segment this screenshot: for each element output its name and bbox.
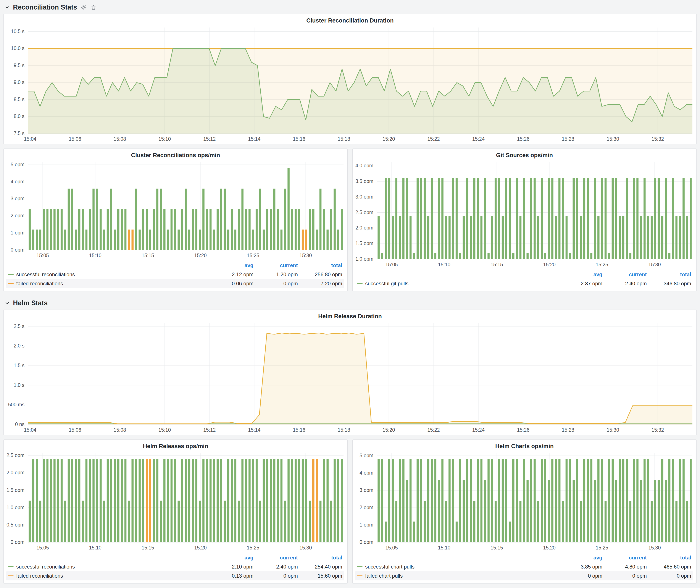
x-axis-label: 15:25	[588, 545, 616, 551]
chevron-down-icon[interactable]	[5, 301, 10, 305]
panel-title[interactable]: Cluster Reconciliations ops/min	[4, 149, 347, 159]
panel-title[interactable]: Helm Charts ops/min	[353, 440, 696, 450]
legend-series-name: failed chart pulls	[365, 573, 403, 579]
chevron-down-icon[interactable]	[5, 5, 10, 10]
legend-series-toggle[interactable]: successful chart pulls	[357, 564, 558, 570]
chart-canvas	[353, 159, 696, 270]
legend-col-total[interactable]: total	[647, 555, 691, 561]
x-axis-label: 15:05	[29, 253, 57, 258]
legend-total-value: 15.60 opm	[298, 573, 342, 579]
panel-title[interactable]: Helm Releases ops/min	[4, 440, 347, 450]
x-axis-label: 15:20	[186, 253, 215, 258]
legend-row: successful git pulls 2.87 opm 2.40 opm 3…	[355, 279, 693, 288]
x-axis-label: 15:30	[640, 545, 669, 551]
panel-title[interactable]: Helm Release Duration	[4, 310, 696, 320]
panel-title[interactable]: Git Sources ops/min	[353, 149, 696, 159]
x-axis-label: 15:05	[377, 545, 406, 551]
x-axis-label: 15:10	[151, 136, 179, 142]
legend-series-toggle[interactable]: failed chart pulls	[357, 573, 558, 579]
x-axis-label: 15:18	[330, 136, 358, 142]
legend-col-avg[interactable]: avg	[558, 555, 602, 561]
x-axis-label: 15:15	[134, 253, 162, 258]
section-title[interactable]: Reconciliation Stats	[13, 3, 77, 11]
y-axis-label: 500 ms	[4, 402, 24, 407]
chart-canvas	[4, 159, 347, 260]
section-title[interactable]: Helm Stats	[13, 299, 48, 307]
y-axis-label: 8.0 s	[4, 113, 24, 119]
legend-col-total[interactable]: total	[647, 271, 691, 278]
series-color-mark	[8, 283, 14, 284]
x-axis-label: 15:14	[240, 427, 268, 433]
y-axis-label: 2 opm	[4, 213, 24, 218]
y-axis-label: 0 ns	[4, 422, 24, 427]
panel-git-sources-opm: Git Sources ops/min 15:0515:1015:1515:20…	[352, 149, 697, 291]
y-axis-label: 3.0 opm	[353, 194, 373, 200]
x-axis-label: 15:06	[61, 136, 89, 142]
legend-col-avg[interactable]: avg	[558, 271, 602, 278]
legend-series-toggle[interactable]: failed reconciliations	[8, 281, 209, 287]
x-axis-label: 15:28	[554, 136, 582, 142]
section-header-reconciliation-stats[interactable]: Reconciliation Stats	[0, 0, 700, 14]
legend-col-current[interactable]: current	[253, 262, 298, 268]
legend-series-toggle[interactable]: successful git pulls	[357, 281, 558, 287]
y-axis-label: 8.5 s	[4, 97, 24, 102]
x-axis-label: 15:05	[29, 545, 57, 551]
gear-icon[interactable]	[81, 4, 87, 11]
legend-current-value: 0 opm	[253, 281, 298, 287]
y-axis-label: 1.0 s	[4, 382, 24, 388]
x-axis-label: 15:10	[81, 545, 109, 551]
trash-icon[interactable]	[90, 4, 97, 10]
y-axis-label: 4 opm	[353, 470, 373, 476]
legend-col-avg[interactable]: avg	[209, 262, 253, 268]
legend-col-current[interactable]: current	[602, 271, 647, 278]
series-color-mark	[8, 575, 14, 576]
chart-area[interactable]: 15:0515:1015:1515:2015:2515:300 opm0.5 o…	[4, 450, 347, 553]
legend: avg current total successful reconciliat…	[4, 260, 347, 291]
legend-total-value: 0 opm	[647, 573, 691, 579]
panel-cluster-reconciliations-opm: Cluster Reconciliations ops/min 15:0515:…	[3, 149, 348, 291]
legend-col-total[interactable]: total	[298, 555, 342, 561]
x-axis-label: 15:30	[599, 136, 627, 142]
legend-avg-value: 0 opm	[558, 573, 602, 579]
x-axis-label: 15:25	[239, 545, 267, 551]
chart-area[interactable]: 15:0515:1015:1515:2015:2515:300 opm1 opm…	[353, 450, 696, 553]
legend-series-name: successful chart pulls	[365, 564, 415, 570]
x-axis-label: 15:26	[509, 427, 537, 433]
x-axis-label: 15:20	[535, 262, 563, 267]
y-axis-label: 0 opm	[353, 539, 373, 545]
chart-area[interactable]: 15:0415:0615:0815:1015:1215:1415:1615:18…	[4, 24, 696, 144]
y-axis-label: 1 opm	[353, 522, 373, 528]
legend-series-toggle[interactable]: successful reconciliations	[8, 271, 209, 278]
y-axis-label: 4.0 opm	[353, 163, 373, 168]
chart-area[interactable]: 15:0515:1015:1515:2015:2515:301.0 opm1.5…	[353, 159, 696, 270]
chart-area[interactable]: 15:0515:1015:1515:2015:2515:300 opm1 opm…	[4, 159, 347, 260]
legend-row: successful chart pulls 3.85 opm 4.80 opm…	[355, 562, 693, 571]
panel-helm-charts-opm: Helm Charts ops/min 15:0515:1015:1515:20…	[352, 439, 697, 584]
y-axis-label: 2 opm	[353, 505, 373, 510]
legend-col-avg[interactable]: avg	[209, 555, 253, 561]
y-axis-label: 0 opm	[4, 247, 24, 253]
legend-series-toggle[interactable]: successful reconciliations	[8, 564, 209, 570]
legend-series-toggle[interactable]: failed reconciliations	[8, 573, 209, 579]
x-axis-label: 15:32	[644, 427, 672, 433]
legend-col-current[interactable]: current	[602, 555, 647, 561]
panel-title[interactable]: Cluster Reconciliation Duration	[4, 14, 696, 24]
legend-total-value: 254.40 opm	[298, 564, 342, 570]
legend-header: avg current total	[6, 261, 344, 270]
y-axis-label: 1.0 opm	[4, 505, 24, 510]
chart-canvas	[353, 450, 696, 553]
panel-helm-release-duration: Helm Release Duration 15:0415:0615:0815:…	[3, 310, 697, 435]
legend-series-name: successful reconciliations	[16, 271, 75, 278]
section-header-helm-stats[interactable]: Helm Stats	[0, 296, 700, 310]
legend-col-total[interactable]: total	[298, 262, 342, 268]
x-axis-label: 15:10	[430, 262, 458, 267]
x-axis-label: 15:32	[644, 136, 672, 142]
x-axis-label: 15:24	[464, 427, 492, 433]
legend-col-current[interactable]: current	[253, 555, 298, 561]
panel-helm-releases-opm: Helm Releases ops/min 15:0515:1015:1515:…	[3, 439, 348, 584]
y-axis-label: 2.5 opm	[353, 210, 373, 215]
chart-area[interactable]: 15:0415:0615:0815:1015:1215:1415:1615:18…	[4, 320, 696, 435]
y-axis-label: 10.5 s	[4, 29, 24, 34]
y-axis-label: 5 opm	[353, 453, 373, 458]
x-axis-label: 15:12	[195, 136, 224, 142]
